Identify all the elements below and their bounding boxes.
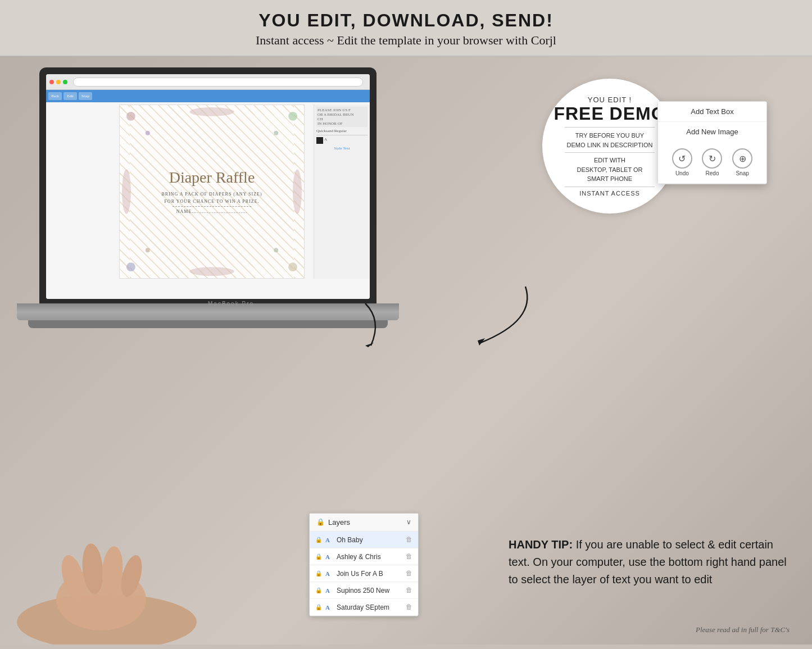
badge-divider-3 [565, 187, 655, 187]
layer-item-ashley[interactable]: 🔒 A Ashley & Chris 🗑 [310, 548, 418, 565]
design-line3: NAME................................. [161, 209, 262, 214]
hand-decoration [0, 532, 225, 645]
corjl-icons-row: ↺ Undo ↻ Redo ⊕ Snap [658, 142, 766, 184]
side-panel-divider [316, 135, 368, 135]
editor-toolbar: Pack Edit Snap [46, 90, 370, 102]
layer-name-supinos: Supinos 250 New [337, 587, 402, 594]
undo-label: Undo [675, 170, 689, 176]
macbook-logo: MacBook Pro [208, 301, 254, 307]
add-text-box-button[interactable]: Add Text Box [658, 102, 766, 122]
tip-area: HANDY TIP: If you are unable to select &… [509, 536, 790, 588]
layers-header: 🔒 Layers ∨ [310, 514, 418, 532]
snap-item: ⊕ Snap [732, 148, 752, 176]
badge-divider-1 [565, 127, 655, 128]
laptop-screen: Pack Edit Snap [46, 74, 370, 299]
browser-chrome [46, 74, 370, 90]
layer-type-2: A [325, 553, 333, 560]
layer-delete-icon-4[interactable]: 🗑 [406, 586, 412, 594]
toolbar-btn-2[interactable]: Edit [63, 92, 77, 100]
layer-name-oh-baby: Oh Baby [337, 536, 402, 544]
corjl-right-panel: Add Text Box Add New Image ↺ Undo ↻ Redo… [657, 101, 767, 184]
badge-try-before-label: TRY BEFORE YOU BUY DEMO LINK IN DESCRIPT… [567, 131, 653, 149]
browser-minimize-dot [56, 80, 61, 84]
toolbar-btn-3[interactable]: Snap [79, 92, 92, 100]
layer-type-5: A [325, 604, 333, 611]
design-canvas: Diaper Raffle BRING A PACK OF DIAPERS (A… [119, 105, 305, 279]
layer-lock-icon-2: 🔒 [315, 553, 322, 560]
layers-chevron-icon[interactable]: ∨ [406, 518, 411, 527]
layer-type-3: A [325, 570, 333, 577]
svg-marker-12 [365, 343, 374, 347]
footer-disclaimer: Please read ad in full for T&C's [696, 625, 790, 634]
side-panel-font-label: Quicksand Regular [316, 129, 368, 133]
header-banner: YOU EDIT, DOWNLOAD, SEND! Instant access… [0, 0, 812, 56]
design-dotted-divider [173, 206, 251, 207]
side-panel-label: PLEASE JOIN US FOR A BRIDAL BRUNCHIN HON… [316, 107, 368, 127]
design-text-area: Diaper Raffle BRING A PACK OF DIAPERS (A… [156, 164, 267, 220]
browser-content: Pack Edit Snap [46, 90, 370, 299]
redo-label: Redo [706, 170, 719, 176]
layers-title: Layers [328, 518, 350, 527]
layer-lock-icon-4: 🔒 [315, 587, 322, 593]
layer-type-1: A [325, 537, 333, 543]
header-subtitle: Instant access ~ Edit the template in yo… [0, 33, 812, 48]
arrow-panel-to-layers [332, 298, 399, 354]
layer-delete-icon-5[interactable]: 🗑 [406, 603, 412, 611]
tip-label: HANDY TIP: [509, 538, 573, 551]
redo-item: ↻ Redo [702, 148, 722, 176]
add-new-image-button[interactable]: Add New Image [658, 122, 766, 142]
layers-header-left: 🔒 Layers [316, 518, 350, 527]
layer-name-join-us: Join Us For A B [337, 570, 402, 578]
undo-item: ↺ Undo [672, 148, 692, 176]
style-text-label: Style Text [316, 146, 368, 151]
layer-delete-icon-3[interactable]: 🗑 [406, 569, 412, 578]
undo-icon[interactable]: ↺ [672, 148, 692, 169]
main-area: Pack Edit Snap [0, 56, 812, 645]
badge-divider-2 [565, 152, 655, 153]
layer-lock-icon-3: 🔒 [315, 570, 322, 577]
layers-panel: 🔒 Layers ∨ 🔒 A Oh Baby 🗑 🔒 A Ashley & Ch… [309, 513, 419, 616]
redo-icon[interactable]: ↻ [702, 148, 722, 169]
design-line1: BRING A PACK OF DIAPERS (ANY SIZE) [161, 192, 262, 197]
hand-svg [0, 532, 214, 645]
arrow-badge-to-tip [464, 275, 542, 354]
browser-close-dot [49, 80, 54, 84]
layer-lock-icon-1: 🔒 [315, 537, 322, 543]
font-size-label: A [324, 137, 327, 144]
layer-name-ashley: Ashley & Chris [337, 553, 402, 561]
layer-item-saturday[interactable]: 🔒 A Saturday SEptem 🗑 [310, 599, 418, 616]
side-panel-controls: A [316, 137, 368, 144]
laptop-area: Pack Edit Snap [17, 67, 399, 461]
layers-lock-icon: 🔒 [316, 518, 325, 527]
browser-url-bar[interactable] [73, 78, 363, 87]
badge-instant-label: INSTANT ACCESS [579, 190, 640, 197]
layer-type-4: A [325, 587, 333, 594]
layer-name-saturday: Saturday SEptem [337, 603, 402, 611]
badge-you-edit-label: YOU EDIT ! [588, 96, 632, 104]
layer-item-join-us[interactable]: 🔒 A Join Us For A B 🗑 [310, 565, 418, 582]
color-swatch[interactable] [316, 137, 323, 144]
badge-free-demo-label: FREE DEMO [554, 104, 665, 124]
laptop-screen-frame: Pack Edit Snap [39, 67, 376, 303]
snap-label: Snap [736, 170, 749, 176]
design-main-title: Diaper Raffle [161, 169, 262, 187]
layer-item-oh-baby[interactable]: 🔒 A Oh Baby 🗑 [310, 532, 418, 548]
layer-delete-icon-2[interactable]: 🗑 [406, 552, 412, 561]
free-demo-badge: YOU EDIT ! FREE DEMO TRY BEFORE YOU BUY … [542, 79, 677, 214]
layer-delete-icon-1[interactable]: 🗑 [406, 535, 412, 544]
browser-maximize-dot [63, 80, 67, 84]
header-title: YOU EDIT, DOWNLOAD, SEND! [0, 10, 812, 31]
layer-lock-icon-5: 🔒 [315, 604, 322, 610]
floral-design: Diaper Raffle BRING A PACK OF DIAPERS (A… [120, 105, 304, 278]
badge-edit-with-label: EDIT WITH DESKTOP, TABLET OR SMART PHONE [577, 156, 643, 184]
snap-icon[interactable]: ⊕ [732, 148, 752, 169]
layer-item-supinos[interactable]: 🔒 A Supinos 250 New 🗑 [310, 582, 418, 599]
tip-text: HANDY TIP: If you are unable to select &… [509, 536, 790, 588]
editor-side-panel: PLEASE JOIN US FOR A BRIDAL BRUNCHIN HON… [314, 105, 370, 279]
design-line2: FOR YOUR CHANCE TO WIN A PRIZE. [161, 199, 262, 204]
toolbar-btn-1[interactable]: Pack [48, 92, 62, 100]
